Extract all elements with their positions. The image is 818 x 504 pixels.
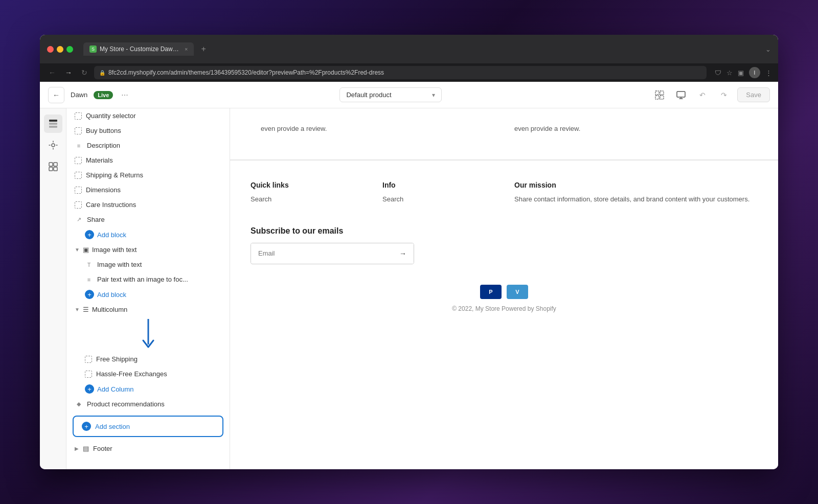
materials-label: Materials: [86, 156, 113, 164]
tab-close-btn[interactable]: ×: [185, 46, 188, 52]
dashed-box-icon: [75, 187, 82, 194]
image-with-text-section[interactable]: ▼ ▣ Image with text: [66, 242, 230, 257]
browser-nav: ← → ↻ 🔒 8fc2cd.myshopify.com/admin/theme…: [40, 63, 778, 82]
sidebar-item-dimensions[interactable]: Dimensions: [66, 182, 230, 197]
main-content: Quantity selector Buy buttons ≡ Descript…: [40, 108, 778, 469]
desktop-icon[interactable]: [673, 87, 689, 103]
text-icon: T: [85, 262, 93, 268]
svg-rect-11: [49, 167, 53, 171]
sidebar-item-quantity-selector[interactable]: Quantity selector: [66, 108, 230, 123]
undo-btn[interactable]: ↶: [694, 87, 711, 103]
payment-icons: P V: [251, 285, 758, 299]
nav-icons: 🛡 ☆ ▣ I ⋮: [715, 67, 772, 78]
add-block-1-label: Add block: [97, 231, 126, 239]
minimize-traffic-light[interactable]: [57, 46, 63, 53]
footer-preview-section: Quick links Search Info Search Our missi…: [230, 160, 778, 328]
preview-content: even provide a review. even provide a re…: [230, 108, 778, 328]
caret-down-icon: ▼: [75, 247, 80, 253]
product-dropdown[interactable]: Default product ▾: [339, 87, 442, 102]
footer-label: Footer: [93, 445, 112, 452]
add-block-2-plus-icon: +: [85, 290, 94, 299]
icons-rail: [40, 108, 66, 469]
review-text-2: even provide a review.: [514, 124, 747, 134]
sidebar-item-product-recommendations[interactable]: ◆ Product recommendations: [66, 397, 230, 411]
back-button[interactable]: ←: [48, 87, 64, 103]
add-block-1-btn[interactable]: + Add block: [66, 227, 230, 242]
redo-btn[interactable]: ↷: [716, 87, 732, 103]
dimensions-label: Dimensions: [86, 186, 121, 194]
customize-icon[interactable]: [44, 136, 62, 154]
sections-icon[interactable]: [44, 114, 62, 133]
nav-refresh-btn[interactable]: ↻: [79, 67, 90, 78]
sidebar-item-image-with-text-block[interactable]: T Image with text: [66, 257, 230, 272]
reader-icon[interactable]: ▣: [738, 69, 744, 77]
dashed-box-icon: [85, 371, 92, 378]
save-btn[interactable]: Save: [737, 87, 770, 102]
footer-links-grid: Quick links Search Info Search Our missi…: [251, 181, 758, 206]
footer-caret-icon: ▶: [75, 446, 79, 451]
svg-rect-5: [49, 120, 57, 122]
window-controls[interactable]: ⌄: [765, 45, 771, 53]
down-arrow-annotation: [66, 317, 230, 352]
browser-tab[interactable]: S My Store - Customize Dawn - S ×: [83, 42, 194, 56]
add-section-btn[interactable]: + Add section: [73, 416, 223, 437]
sidebar-item-pair-text[interactable]: ≡ Pair text with an image to foc...: [66, 272, 230, 287]
pair-text-icon: ≡: [85, 277, 93, 283]
sidebar-item-footer[interactable]: ▶ ▤ Footer: [66, 441, 230, 456]
close-traffic-light[interactable]: [47, 46, 54, 53]
nav-back-btn[interactable]: ←: [46, 67, 58, 78]
sidebar-item-care-instructions[interactable]: Care Instructions: [66, 197, 230, 212]
shield-icon[interactable]: 🛡: [715, 69, 721, 77]
toolbar-right: ↶ ↷ Save: [651, 87, 770, 103]
svg-rect-3: [660, 96, 664, 99]
dashed-box-icon: [75, 201, 82, 209]
grid-select-icon[interactable]: [651, 87, 668, 103]
profile-icon[interactable]: I: [749, 67, 760, 78]
care-instructions-label: Care Instructions: [86, 201, 136, 209]
add-block-1-plus-icon: +: [85, 230, 94, 239]
svg-rect-0: [655, 91, 659, 95]
share-icon: ↗: [75, 216, 83, 223]
bookmark-icon[interactable]: ☆: [726, 69, 733, 77]
image-with-text-icon: ▣: [83, 246, 89, 254]
shipping-label: Shipping & Returns: [86, 171, 143, 179]
add-block-2-btn[interactable]: + Add block: [66, 287, 230, 302]
image-with-text-block-label: Image with text: [97, 261, 142, 268]
dropdown-arrow-icon: ▾: [432, 91, 435, 99]
multicolumn-section[interactable]: ▼ ☰ Multicolumn: [66, 302, 230, 317]
quick-links-search[interactable]: Search: [251, 195, 372, 203]
address-bar[interactable]: 🔒 8fc2cd.myshopify.com/admin/themes/1364…: [94, 66, 707, 79]
subscribe-section: Subscribe to our emails →: [251, 226, 758, 264]
tab-favicon: S: [89, 45, 97, 53]
add-column-btn[interactable]: + Add Column: [66, 381, 230, 397]
venmo-icon: V: [507, 285, 528, 299]
sidebar-item-hassle-free[interactable]: Hassle-Free Exchanges: [66, 366, 230, 381]
nav-forward-btn[interactable]: →: [62, 67, 75, 78]
email-input[interactable]: [251, 243, 392, 263]
dashed-box-icon: [75, 172, 82, 179]
add-section-plus-icon: +: [82, 422, 91, 431]
info-search[interactable]: Search: [382, 195, 504, 203]
more-options-btn[interactable]: ···: [119, 90, 130, 100]
new-tab-btn[interactable]: +: [201, 44, 206, 54]
dashed-box-icon: [75, 112, 82, 120]
browser-window: S My Store - Customize Dawn - S × + ⌄ ← …: [40, 35, 778, 469]
apps-icon[interactable]: [44, 157, 62, 176]
sidebar-item-description[interactable]: ≡ Description: [66, 138, 230, 153]
sidebar-item-free-shipping[interactable]: Free Shipping: [66, 352, 230, 366]
image-with-text-section-label: Image with text: [92, 246, 137, 254]
subscribe-input-wrap: →: [251, 243, 414, 264]
maximize-traffic-light[interactable]: [66, 46, 73, 53]
sidebar-item-shipping[interactable]: Shipping & Returns: [66, 168, 230, 182]
svg-rect-9: [49, 163, 53, 166]
sidebar-item-materials[interactable]: Materials: [66, 153, 230, 168]
sidebar-item-share[interactable]: ↗ Share: [66, 212, 230, 227]
sidebar-item-buy-buttons[interactable]: Buy buttons: [66, 123, 230, 138]
live-badge: Live: [94, 91, 113, 99]
browser-menu-icon[interactable]: ⋮: [765, 69, 772, 77]
subscribe-arrow-btn[interactable]: →: [392, 243, 414, 264]
browser-chrome: S My Store - Customize Dawn - S × + ⌄: [40, 35, 778, 63]
svg-rect-10: [54, 163, 57, 166]
multicolumn-label: Multicolumn: [92, 306, 127, 313]
app-toolbar: ← Dawn Live ··· Default product ▾ ↶ ↷: [40, 82, 778, 108]
